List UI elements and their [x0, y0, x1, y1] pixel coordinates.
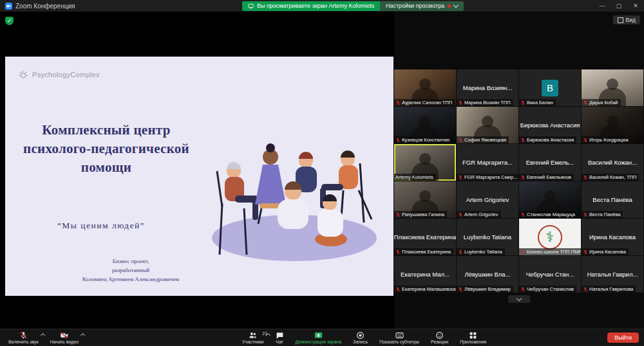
toolbar-label: Запись	[353, 340, 368, 344]
reactions-icon	[435, 331, 444, 339]
participant-label: FGR Маргарита Смир...	[457, 174, 518, 181]
toolbar-label: Приложения	[460, 340, 486, 344]
participant-tile[interactable]: Artem GrigorievArtem Grigoriev	[457, 181, 518, 218]
slide-logo-text: PsychologyComplex	[32, 71, 100, 78]
participant-tile[interactable]: София Ямовецкая	[457, 107, 518, 143]
record-button[interactable]: Запись	[347, 331, 374, 345]
chevron-down-icon	[453, 3, 459, 8]
participant-label: Бизнес-школа ТПП ПМР	[519, 248, 581, 255]
participant-tile[interactable]: Лёвушкин Вла...Лёвушкин Владимир	[457, 256, 518, 293]
grid-collapse-button[interactable]	[508, 295, 530, 303]
participant-tile[interactable]: Игорь Кондрацюк	[582, 107, 643, 143]
svg-text:CC: CC	[397, 334, 402, 337]
apps-icon	[469, 331, 477, 339]
participant-label-text: Игорь Кондрацюк	[589, 137, 629, 143]
participant-label-text: FGR Маргарита Смир...	[464, 174, 517, 180]
participant-label: Кузнецов Константин	[394, 136, 452, 143]
mic-off-icon	[19, 331, 28, 339]
participant-label: Бирюкова Анастасия	[519, 136, 576, 143]
participant-label-text: Лёвушкин Владимир	[464, 286, 511, 292]
notification-dot	[448, 5, 451, 8]
participant-tile[interactable]: Рапушаева Галина	[394, 181, 456, 218]
minimize-button[interactable]: —	[594, 0, 611, 12]
participant-tile[interactable]: Кузнецов Константин	[394, 107, 456, 143]
apps-button[interactable]: Приложения	[454, 331, 492, 345]
participant-tile[interactable]: Плаксиева ЕкатеринаПлаксиева Екатерина	[394, 219, 456, 255]
maximize-button[interactable]: ▢	[611, 0, 627, 12]
participant-label: Евгений Емельянов	[519, 174, 574, 181]
chevron-down-icon	[516, 295, 522, 300]
mic-muted-icon	[458, 287, 463, 292]
participant-label: София Ямовецкая	[457, 136, 509, 143]
toolbar-label: Демонстрация экрана	[296, 340, 342, 344]
viewing-status: Вы просматриваете экран Artemy Kolomiets	[242, 1, 380, 11]
participant-tile[interactable]: BВика Балан	[519, 69, 581, 106]
presentation-slide: PsychologyComplex Комплексный центр псих…	[5, 57, 393, 296]
participant-tile[interactable]: Дарья Кобай	[582, 69, 643, 106]
participant-tile[interactable]: Ирина КасаповаИрина Касапова	[582, 219, 643, 255]
mic-muted-icon	[395, 212, 401, 217]
unmute-button[interactable]: Включить звук	[3, 331, 44, 345]
participant-label: Рапушаева Галина	[394, 211, 447, 218]
participant-label: Марина Возиян ТПП	[457, 99, 513, 106]
close-button[interactable]: ✕	[627, 0, 644, 12]
toolbar-label: Показать субтитры	[379, 340, 419, 344]
slide-footer-line: Коломиец Артемием Александровичем	[44, 275, 218, 284]
meeting-toolbar: Включить звукНачать видео 23УчастникиЧат…	[0, 329, 644, 346]
psychology-logo-icon	[18, 69, 28, 80]
mic-muted-icon	[395, 100, 401, 105]
participant-label-text: Плаксиева Екатерина	[402, 249, 451, 255]
participant-label: Станислав Марацуца	[519, 211, 578, 218]
slide-footer: Бизнес проект, разработанный Коломиец Ар…	[44, 257, 218, 284]
slide-title: Комплексный центр психолого-педагогическ…	[8, 121, 205, 177]
participant-label: Artem Grigoriev	[457, 211, 501, 218]
participant-tile[interactable]: Василий Кожан...Василий Кожан, ТПП	[582, 144, 643, 181]
mic-muted-icon	[583, 100, 588, 105]
participant-tile[interactable]: Luybenko TatianaLuybenko Tatiana	[457, 219, 518, 255]
captions-button[interactable]: CCПоказать субтитры	[374, 331, 425, 345]
participant-tile[interactable]: Евгений Емель...Евгений Емельянов	[519, 144, 581, 181]
participant-tile[interactable]: Наталья Гаврил...Наталья Гаврилова	[582, 256, 643, 293]
participant-tile[interactable]: Artemy Kolomiets	[394, 144, 456, 181]
share-screen-button[interactable]: Демонстрация экрана	[290, 331, 348, 345]
mic-muted-icon	[520, 212, 526, 217]
window-title: Zoom Конференция	[15, 3, 75, 10]
zoom-app-icon	[5, 3, 12, 10]
group-illustration	[198, 93, 391, 277]
reactions-button[interactable]: Реакции	[425, 331, 454, 345]
toolbar-label: Чат	[276, 340, 283, 344]
chevron-up-icon[interactable]	[80, 333, 85, 338]
participant-tile[interactable]: Аурелия Салоган ТПП	[394, 69, 456, 106]
leave-button[interactable]: Выйти	[607, 332, 639, 343]
slide-quote: “Мы ценим людей”	[21, 221, 182, 231]
participant-tile[interactable]: Веста ПанёваВеста Панёва	[582, 181, 643, 218]
participant-tile[interactable]: Чебручан Стан...Чебручан Станислав	[519, 256, 581, 293]
security-shield-icon[interactable]: ✓	[5, 17, 14, 25]
participants-button[interactable]: 23Участники	[236, 331, 269, 345]
participant-label-text: Artemy Kolomiets	[395, 174, 433, 180]
participant-tile[interactable]: FGR Маргарита...FGR Маргарита Смир...	[457, 144, 518, 181]
participant-tile[interactable]: Марина Возиян...Марина Возиян ТПП	[457, 69, 518, 106]
participant-label: Дарья Кобай	[582, 99, 621, 106]
view-options-button[interactable]: Настройки просмотра	[380, 1, 464, 11]
mic-muted-icon	[583, 175, 588, 180]
participant-label: Игорь Кондрацюк	[582, 136, 631, 143]
chat-button[interactable]: Чат	[270, 331, 290, 345]
zoom-meeting-window: Zoom Конференция — ▢ ✕ Вы просматриваете…	[0, 0, 644, 346]
start-video-button[interactable]: Начать видео	[44, 331, 84, 345]
grid-more-row	[394, 295, 644, 303]
participant-label-text: Екатерина Малашевская	[402, 286, 456, 292]
participant-tile[interactable]: Екатерина Мал...Екатерина Малашевская	[394, 256, 456, 293]
slide-title-line: психолого-педагогической	[8, 140, 205, 158]
participant-label: Ирина Касапова	[582, 248, 629, 255]
avatar: B	[542, 80, 558, 96]
participant-label: Екатерина Малашевская	[394, 286, 456, 293]
participant-label: Плаксиева Екатерина	[394, 248, 453, 255]
participant-label-text: Дарья Кобай	[589, 100, 618, 105]
participant-label-text: Станислав Марацуца	[527, 212, 575, 217]
view-button[interactable]: Вид	[613, 15, 640, 24]
participant-tile[interactable]: ⚕Бизнес-школа ТПП ПМР	[519, 219, 581, 255]
participant-tile[interactable]: Станислав Марацуца	[519, 181, 581, 218]
window-controls: — ▢ ✕	[594, 0, 644, 12]
participant-tile[interactable]: Бирюкова АнастасияБирюкова Анастасия	[519, 107, 581, 143]
